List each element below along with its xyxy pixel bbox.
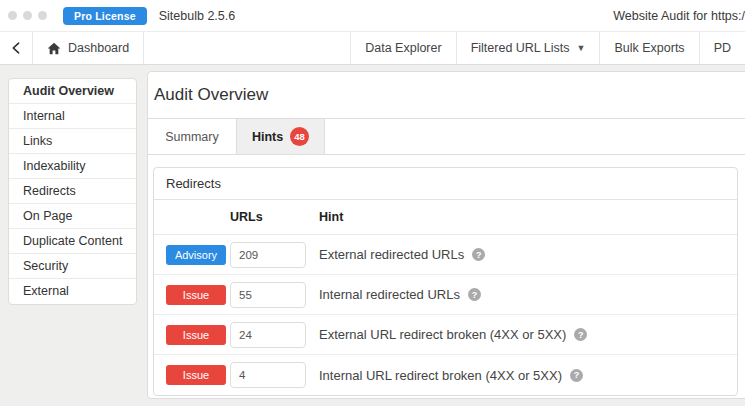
urls-count-input[interactable] [230,242,306,268]
sidebar-item-internal[interactable]: Internal [9,104,136,129]
chevron-left-icon [10,41,22,55]
help-icon[interactable] [570,369,583,382]
toolbar-spacer [144,32,350,64]
urls-count-input[interactable] [230,282,306,308]
audit-sidebar: Audit Overview Internal Links Indexabili… [8,78,137,305]
sidebar-item-links[interactable]: Links [9,129,136,154]
help-icon[interactable] [472,248,485,261]
pdf-button[interactable]: PD [700,32,745,64]
table-row: Issue External URL redirect broken (4XX … [154,315,737,355]
caret-down-icon: ▼ [577,43,586,53]
help-icon[interactable] [468,288,481,301]
severity-badge[interactable]: Issue [166,285,226,305]
severity-badge[interactable]: Advisory [166,245,226,265]
filtered-url-lists-dropdown[interactable]: Filtered URL Lists ▼ [457,32,600,64]
column-header-urls: URLs [230,210,307,224]
hint-label: External URL redirect broken (4XX or 5XX… [319,327,566,342]
main-panel: Audit Overview Summary Hints 48 Redirect… [147,71,745,399]
table-header-row: URLs Hint [154,200,737,235]
window-control-dot[interactable] [23,11,32,20]
pro-license-badge: Pro License [63,7,147,25]
tab-hints[interactable]: Hints 48 [237,119,325,154]
table-row: Issue Internal URL redirect broken (4XX … [154,355,737,395]
sidebar-item-on-page[interactable]: On Page [9,204,136,229]
page-title: Audit Overview [148,72,745,105]
back-button[interactable] [0,32,32,64]
sidebar-item-indexability[interactable]: Indexability [9,154,136,179]
hint-label: External redirected URLs [319,247,464,262]
bulk-exports-button[interactable]: Bulk Exports [600,32,698,64]
redirects-section: Redirects URLs Hint Advisory External re… [153,167,738,396]
help-icon[interactable] [574,328,587,341]
hint-label: Internal URL redirect broken (4XX or 5XX… [319,368,562,383]
hints-count-badge: 48 [290,127,309,146]
sidebar-item-audit-overview[interactable]: Audit Overview [9,79,136,104]
app-version-label: Sitebulb 2.5.6 [159,9,235,23]
table-row: Issue Internal redirected URLs [154,275,737,315]
urls-count-input[interactable] [230,362,306,388]
dashboard-label: Dashboard [68,41,129,55]
dashboard-button[interactable]: Dashboard [33,32,143,64]
main-toolbar: Dashboard Data Explorer Filtered URL Lis… [0,32,745,65]
window-title-bar: Pro License Sitebulb 2.5.6 Website Audit… [0,0,745,32]
column-header-hint: Hint [307,210,737,224]
page-body: Audit Overview Internal Links Indexabili… [0,66,745,406]
severity-badge[interactable]: Issue [166,365,226,385]
home-icon [47,42,61,55]
website-audit-label: Website Audit for https:/ [613,9,745,23]
redirects-section-title: Redirects [154,168,737,200]
sidebar-item-duplicate-content[interactable]: Duplicate Content [9,229,136,254]
tab-bar: Summary Hints 48 [148,118,745,155]
urls-count-input[interactable] [230,322,306,348]
sidebar-item-redirects[interactable]: Redirects [9,179,136,204]
window-control-dot[interactable] [38,11,47,20]
sidebar-item-external[interactable]: External [9,279,136,304]
hint-label: Internal redirected URLs [319,287,460,302]
tab-summary[interactable]: Summary [148,119,237,154]
data-explorer-button[interactable]: Data Explorer [351,32,455,64]
window-control-dot[interactable] [8,11,17,20]
window-controls [8,11,47,20]
table-row: Advisory External redirected URLs [154,235,737,275]
sidebar-item-security[interactable]: Security [9,254,136,279]
severity-badge[interactable]: Issue [166,325,226,345]
